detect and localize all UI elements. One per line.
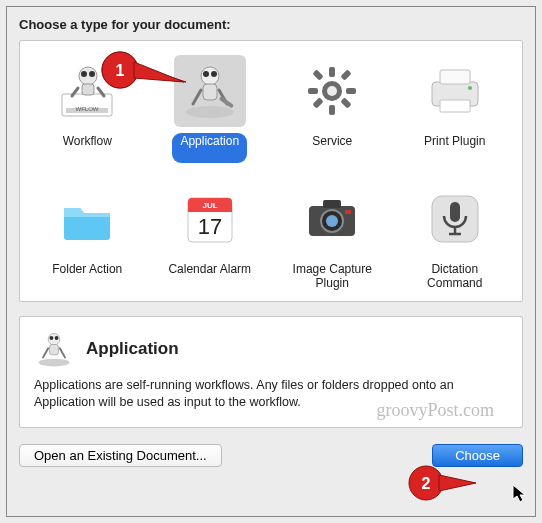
svg-rect-36	[345, 210, 351, 214]
svg-rect-17	[308, 88, 318, 94]
svg-rect-18	[346, 88, 356, 94]
application-icon	[174, 55, 246, 127]
svg-point-7	[186, 106, 234, 118]
svg-point-9	[203, 71, 209, 77]
choose-type-heading: Choose a type for your document:	[19, 17, 523, 32]
type-label: Dictation Command	[400, 261, 510, 291]
svg-point-35	[326, 215, 338, 227]
service-icon	[296, 55, 368, 127]
calendar-icon: JUL 17	[174, 183, 246, 255]
svg-rect-33	[323, 200, 341, 208]
svg-text:WFLOW: WFLOW	[76, 106, 99, 112]
svg-point-4	[81, 71, 87, 77]
type-service[interactable]: Service	[277, 55, 387, 163]
type-workflow[interactable]: WFLOW Workflow	[32, 55, 142, 163]
type-label: Image Capture Plugin	[277, 261, 387, 291]
svg-rect-19	[313, 69, 324, 80]
description-panel: Application Applications are self-runnin…	[19, 316, 523, 428]
type-grid-panel: WFLOW Workflow	[19, 40, 523, 302]
type-folder-action[interactable]: Folder Action	[32, 183, 142, 291]
type-print-plugin[interactable]: Print Plugin	[400, 55, 510, 163]
svg-rect-21	[341, 69, 352, 80]
choose-button[interactable]: Choose	[432, 444, 523, 467]
svg-point-14	[327, 86, 337, 96]
svg-point-8	[201, 67, 219, 85]
svg-rect-11	[203, 84, 217, 100]
dialog-window: Choose a type for your document: WFLOW	[6, 6, 536, 517]
svg-rect-38	[450, 202, 460, 222]
type-label: Application	[172, 133, 247, 163]
svg-point-44	[55, 336, 59, 340]
svg-rect-12	[218, 96, 233, 108]
svg-rect-25	[440, 100, 470, 112]
svg-rect-20	[341, 97, 352, 108]
description-title: Application	[86, 339, 179, 359]
type-label: Service	[304, 133, 360, 163]
svg-point-26	[468, 86, 472, 90]
description-text: Applications are self-running workflows.…	[34, 377, 508, 411]
svg-point-41	[39, 359, 70, 367]
type-label: Workflow	[55, 133, 120, 163]
type-label: Folder Action	[44, 261, 130, 291]
type-calendar-alarm[interactable]: JUL 17 Calendar Alarm	[155, 183, 265, 291]
workflow-icon: WFLOW	[51, 55, 123, 127]
type-label: Calendar Alarm	[160, 261, 259, 291]
svg-point-42	[48, 334, 60, 346]
type-dictation-command[interactable]: Dictation Command	[400, 183, 510, 291]
microphone-icon	[419, 183, 491, 255]
type-image-capture-plugin[interactable]: Image Capture Plugin	[277, 183, 387, 291]
svg-rect-24	[440, 70, 470, 84]
svg-text:JUL: JUL	[202, 201, 217, 210]
svg-rect-16	[329, 105, 335, 115]
folder-icon	[51, 183, 123, 255]
type-application[interactable]: Application	[155, 55, 265, 163]
svg-point-43	[49, 336, 53, 340]
svg-rect-6	[82, 84, 94, 95]
svg-point-10	[211, 71, 217, 77]
dialog-footer: Open an Existing Document... Choose	[19, 444, 523, 467]
svg-rect-15	[329, 67, 335, 77]
svg-point-3	[79, 67, 97, 85]
application-icon	[34, 329, 74, 369]
printer-icon	[419, 55, 491, 127]
svg-rect-45	[49, 344, 58, 354]
camera-icon	[296, 183, 368, 255]
type-label: Print Plugin	[416, 133, 493, 163]
open-existing-button[interactable]: Open an Existing Document...	[19, 444, 222, 467]
svg-rect-22	[313, 97, 324, 108]
svg-text:17: 17	[198, 214, 222, 239]
svg-point-5	[89, 71, 95, 77]
